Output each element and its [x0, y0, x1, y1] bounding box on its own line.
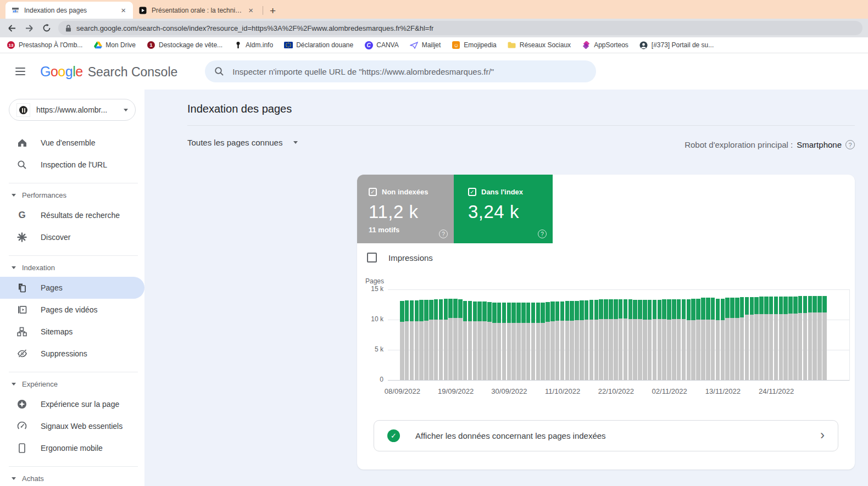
tab-presentation[interactable]: Présentation orale : la technique × — [133, 2, 260, 19]
sidebar-item-pages-de-vid-os[interactable]: Pages de vidéos — [0, 299, 144, 321]
back-icon[interactable] — [5, 22, 18, 34]
not-indexed-segment — [624, 319, 628, 380]
stacked-bar — [439, 299, 443, 380]
property-selector[interactable]: https://www.alombr... — [9, 99, 136, 121]
checkbox-unchecked-icon[interactable] — [367, 253, 377, 262]
not-indexed-segment — [434, 320, 438, 380]
not-indexed-chip[interactable]: ✓ Non indexées 11,2 k 11 motifs ? — [357, 175, 454, 243]
not-indexed-segment — [609, 319, 613, 380]
stacked-bar — [575, 301, 579, 380]
not-indexed-segment — [415, 321, 419, 380]
not-indexed-segment — [444, 320, 448, 380]
sidebar-item-ergonomie-mobile[interactable]: Ergonomie mobile — [0, 437, 144, 459]
bookmark-item[interactable]: Mon Drive — [93, 41, 136, 49]
not-indexed-segment — [701, 320, 705, 380]
stacked-bar — [764, 297, 769, 380]
url-inspection-searchbox[interactable] — [205, 60, 596, 82]
sidebar-section-expérience[interactable]: Expérience — [0, 375, 144, 393]
stacked-bar — [779, 297, 783, 380]
not-indexed-segment — [633, 319, 637, 380]
tab-search-console[interactable]: Indexation des pages × — [5, 2, 133, 19]
bookmark-item[interactable]: 13Prestashop À l'Omb... — [7, 41, 82, 49]
checkbox-checked-icon[interactable]: ✓ — [369, 188, 377, 196]
sidebar-item-discover[interactable]: Discover — [0, 226, 144, 248]
y-axis-tick: 10 k — [357, 315, 383, 323]
close-icon[interactable]: × — [119, 6, 127, 14]
y-axis-tick: 0 — [357, 376, 383, 383]
help-icon[interactable]: ? — [845, 140, 855, 149]
indexed-segment — [526, 303, 531, 322]
pages-filter-dropdown[interactable]: Toutes les pages connues — [187, 138, 298, 147]
not-indexed-segment — [783, 314, 788, 380]
indexed-segment — [691, 299, 695, 321]
forward-icon[interactable] — [23, 22, 35, 34]
stacked-bar — [662, 299, 666, 380]
bookmark-item[interactable]: [#373] Portail de su... — [639, 41, 714, 49]
stacked-bar — [555, 301, 560, 380]
bookmark-item[interactable]: 1Destockage de vête... — [147, 41, 222, 49]
bookmark-item[interactable]: Déclaration douane — [284, 41, 353, 49]
sidebar-divider — [9, 255, 138, 256]
reload-icon[interactable] — [41, 22, 53, 34]
not-indexed-segment — [614, 319, 618, 380]
google-logo-letter: e — [75, 64, 82, 79]
stacked-bar — [658, 300, 662, 380]
stacked-bar — [628, 299, 633, 380]
page-experience-icon — [16, 399, 27, 409]
menu-icon[interactable] — [15, 68, 25, 75]
bookmark-item[interactable]: Aldm.info — [233, 41, 273, 49]
stacked-bar — [487, 302, 492, 380]
check-circle-icon: ✓ — [387, 429, 400, 442]
indexed-segment — [706, 298, 710, 320]
indexed-segment — [798, 296, 803, 313]
sidebar-item-sitemaps[interactable]: Sitemaps — [0, 321, 144, 343]
status-chips: ✓ Non indexées 11,2 k 11 motifs ? ✓ Dans… — [357, 175, 855, 243]
sidebar-item-inspection-de-l-url[interactable]: Inspection de l'URL — [0, 154, 144, 176]
sidebar-item-vue-d-ensemble[interactable]: Vue d'ensemble — [0, 132, 144, 154]
not-indexed-segment — [487, 322, 492, 380]
indexed-segment — [759, 297, 764, 314]
indexed-chip[interactable]: ✓ Dans l'index 3,24 k ? — [454, 175, 553, 243]
bookmark-item[interactable]: ☺Emojipedia — [452, 41, 496, 49]
not-indexed-segment — [599, 319, 603, 380]
main-panel: Indexation des pages Toutes les pages co… — [144, 90, 868, 486]
sidebar-item-suppressions[interactable]: Suppressions — [0, 343, 144, 365]
sidebar-item-r-sultats-de-recherche[interactable]: GRésultats de recherche — [0, 204, 144, 226]
search-input[interactable] — [232, 67, 587, 76]
sidebar-item-pages[interactable]: Pages — [0, 277, 144, 299]
bookmark-item[interactable]: CCANVA — [364, 41, 398, 49]
indexed-segment — [813, 296, 817, 312]
title-divider — [187, 125, 855, 126]
new-tab-button[interactable]: + — [270, 5, 276, 16]
close-icon[interactable]: × — [247, 6, 255, 14]
not-indexed-segment — [541, 323, 545, 381]
indexed-segment — [536, 303, 541, 322]
bookmark-item[interactable]: Mailjet — [410, 41, 441, 49]
indexed-segment — [497, 303, 502, 322]
checkbox-checked-icon[interactable]: ✓ — [468, 188, 476, 196]
bookmark-item[interactable]: AppSorteos — [582, 41, 628, 49]
indexed-segment — [405, 300, 409, 322]
stacked-bar — [492, 303, 497, 380]
sidebar-section-performances[interactable]: Performances — [0, 186, 144, 204]
not-indexed-segment — [687, 320, 691, 380]
impressions-toggle[interactable]: Impressions — [367, 253, 433, 262]
help-icon[interactable]: ? — [439, 230, 448, 238]
crawler-info: Robot d'exploration principal : Smartpho… — [685, 140, 855, 149]
stacked-bar — [817, 296, 822, 380]
stacked-bar — [701, 298, 705, 380]
not-indexed-segment — [570, 321, 574, 380]
x-axis-tick: 24/11/2022 — [749, 387, 804, 395]
sidebar-section-achats[interactable]: Achats — [0, 470, 144, 486]
not-indexed-segment — [648, 320, 652, 380]
sidebar-item-exp-rience-sur-la-page[interactable]: Expérience sur la page — [0, 393, 144, 415]
indexed-segment — [468, 301, 472, 321]
chevron-down-icon — [293, 141, 298, 144]
url-bar[interactable]: search.google.com/search-console/index?r… — [58, 21, 863, 35]
view-indexed-data-row[interactable]: ✓ Afficher les données concernant les pa… — [374, 420, 838, 451]
not-indexed-segment — [482, 321, 487, 380]
help-icon[interactable]: ? — [538, 230, 547, 238]
bookmark-item[interactable]: Réseaux Sociaux — [508, 41, 571, 49]
sidebar-item-signaux-web-essentiels[interactable]: Signaux Web essentiels — [0, 415, 144, 437]
sidebar-section-indexation[interactable]: Indexation — [0, 259, 144, 277]
